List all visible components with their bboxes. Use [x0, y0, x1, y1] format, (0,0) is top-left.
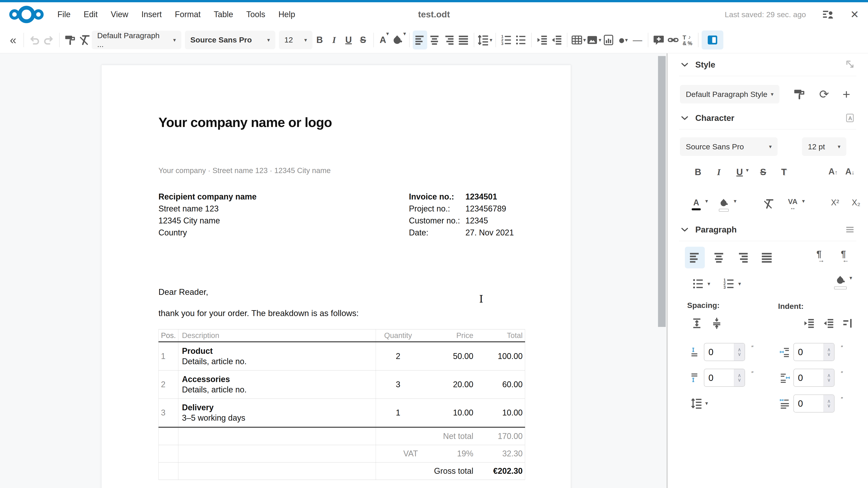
spacing-below-input[interactable]: 0 ∧∨	[704, 369, 745, 387]
italic-button[interactable]: I	[327, 31, 341, 50]
decrease-spacing-icon[interactable]	[711, 317, 723, 329]
insert-link-button[interactable]	[666, 31, 680, 50]
insert-shape-button[interactable]: ●▾	[616, 31, 630, 50]
decrease-indent-button[interactable]	[549, 31, 564, 50]
sidebar-align-left-button[interactable]	[685, 247, 705, 268]
table-row: 3 Delivery3–5 working days 1 10.00 10.00	[158, 399, 525, 428]
style-section-header[interactable]: Style	[680, 60, 715, 70]
insert-horizontal-line-button[interactable]: —	[630, 31, 645, 50]
table-row: 1 ProductDetails, article no. 2 50.00 10…	[158, 342, 525, 370]
menu-tools[interactable]: Tools	[246, 10, 266, 19]
insert-image-button[interactable]: ▾	[586, 31, 601, 50]
properties-sidebar: Style Default Paragraph Style▾ ⟳ + Chara…	[667, 53, 868, 488]
superscript-button[interactable]: X²	[831, 198, 839, 207]
paragraph-ltr-button[interactable]: ¶→	[815, 250, 829, 265]
sidebar-toggle-button[interactable]	[702, 31, 723, 50]
menu-format[interactable]: Format	[175, 10, 201, 19]
hanging-indent-icon[interactable]	[842, 317, 854, 329]
insert-comment-button[interactable]	[651, 31, 666, 50]
sidebar-strikethrough-button[interactable]: S	[757, 167, 770, 177]
ordered-list-button[interactable]	[499, 31, 514, 50]
clone-formatting-button[interactable]	[63, 31, 77, 50]
sidebar-align-justify-button[interactable]	[757, 248, 777, 267]
special-character-button[interactable]	[680, 31, 695, 50]
sidebar-line-spacing-button[interactable]	[691, 397, 703, 410]
menu-help[interactable]: Help	[278, 10, 295, 19]
collapse-toolbar-button[interactable]: «	[6, 31, 20, 50]
redo-button[interactable]	[41, 31, 56, 50]
align-right-button[interactable]	[442, 31, 456, 50]
stepper-buttons[interactable]: ∧∨	[824, 369, 834, 386]
detach-panel-icon[interactable]	[845, 59, 855, 70]
font-color-button[interactable]: A▾	[377, 31, 392, 50]
menu-edit[interactable]: Edit	[84, 10, 98, 19]
shrink-font-button[interactable]: A↓	[845, 167, 855, 176]
sidebar-shadow-button[interactable]: T	[778, 167, 790, 177]
paragraph-dialog-icon[interactable]	[844, 224, 855, 235]
sidebar-bold-button[interactable]: B	[692, 167, 704, 177]
sidebar-ordered-list-button[interactable]	[722, 278, 735, 290]
first-line-indent-input[interactable]: 0 ∧∨	[794, 394, 835, 413]
paragraph-rtl-button[interactable]: ¶←	[839, 250, 854, 265]
sidebar-font-color-button[interactable]: A	[692, 198, 701, 210]
stepper-buttons[interactable]: ∧∨	[824, 395, 834, 412]
document-page[interactable]: Your company name or logo Your company ·…	[101, 65, 571, 488]
paragraph-section-header[interactable]: Paragraph	[680, 225, 737, 234]
sidebar-align-right-button[interactable]	[733, 248, 753, 267]
line-spacing-button[interactable]: ▾	[477, 31, 492, 50]
document-canvas[interactable]: Your company name or logo Your company ·…	[0, 53, 666, 488]
increase-spacing-icon[interactable]	[691, 317, 704, 329]
sidebar-italic-button[interactable]: I	[712, 167, 725, 177]
indent-after-input[interactable]: 0 ∧∨	[794, 369, 835, 387]
sidebar-decrease-indent-icon[interactable]	[822, 317, 835, 329]
highlight-color-button[interactable]: ▾	[392, 31, 406, 50]
character-dialog-icon[interactable]	[844, 112, 855, 123]
close-icon[interactable]: ✕	[850, 9, 859, 20]
subscript-button[interactable]: X₂	[852, 198, 860, 207]
menu-insert[interactable]: Insert	[141, 10, 162, 19]
menu-view[interactable]: View	[111, 10, 128, 19]
grow-font-button[interactable]: A↑	[829, 167, 837, 176]
menu-table[interactable]: Table	[214, 10, 233, 19]
stepper-buttons[interactable]: ∧∨	[824, 344, 834, 361]
sidebar-increase-indent-icon[interactable]	[803, 317, 815, 329]
character-spacing-button[interactable]: VA↔	[788, 198, 798, 210]
bold-button[interactable]: B	[312, 31, 327, 50]
strikethrough-button[interactable]: S	[356, 31, 370, 50]
paragraph-background-color-button[interactable]	[834, 275, 847, 289]
clear-formatting-button[interactable]	[77, 31, 92, 50]
user-list-icon[interactable]	[822, 8, 834, 21]
sidebar-font-size-select[interactable]: 12 pt▾	[802, 137, 846, 156]
undo-button[interactable]	[27, 31, 41, 50]
font-name-select[interactable]: Source Sans Pro▾	[185, 31, 275, 49]
menu-file[interactable]: File	[57, 10, 70, 19]
paragraph-style-select[interactable]: Default Paragraph ...▾	[92, 31, 181, 49]
new-style-icon[interactable]: +	[843, 88, 850, 101]
chevron-down-icon: ▾	[304, 37, 307, 43]
spacing-above-input[interactable]: 0 ∧∨	[704, 343, 745, 361]
align-justify-button[interactable]	[456, 31, 471, 50]
align-left-button[interactable]	[413, 31, 427, 50]
salutation: Dear Reader,	[158, 287, 525, 297]
stepper-buttons[interactable]: ∧∨	[734, 369, 745, 386]
sidebar-unordered-list-button[interactable]	[692, 278, 704, 290]
indent-before-input[interactable]: 0 ∧∨	[794, 343, 835, 361]
font-size-select[interactable]: 12▾	[279, 31, 312, 49]
clone-formatting-icon[interactable]	[793, 88, 806, 101]
sidebar-paragraph-style-select[interactable]: Default Paragraph Style▾	[680, 85, 779, 103]
increase-indent-button[interactable]	[535, 31, 549, 50]
vertical-scrollbar[interactable]	[658, 56, 666, 327]
sidebar-clear-formatting-button[interactable]	[763, 198, 774, 210]
align-center-button[interactable]	[427, 31, 442, 50]
underline-button[interactable]: U	[341, 31, 356, 50]
update-style-icon[interactable]: ⟳	[819, 88, 829, 100]
sidebar-font-name-select[interactable]: Source Sans Pro▾	[680, 137, 778, 156]
insert-table-button[interactable]: ▾	[570, 31, 586, 50]
unordered-list-button[interactable]	[514, 31, 528, 50]
sidebar-underline-button[interactable]: U▾	[733, 167, 749, 177]
sidebar-align-center-button[interactable]	[709, 248, 729, 267]
insert-chart-button[interactable]	[601, 31, 616, 50]
sidebar-highlight-color-button[interactable]	[718, 198, 729, 212]
stepper-buttons[interactable]: ∧∨	[734, 344, 745, 361]
character-section-header[interactable]: Character	[680, 113, 735, 123]
